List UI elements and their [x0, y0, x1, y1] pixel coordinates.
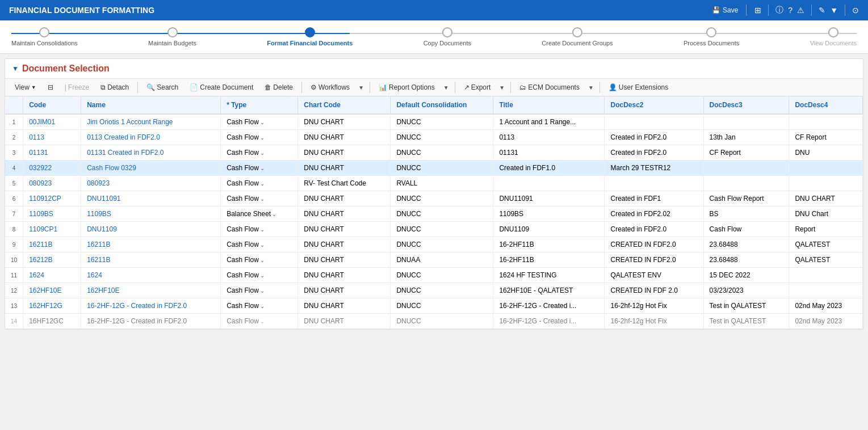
cell-name[interactable]: DNU1109 [81, 222, 221, 237]
type-dropdown-icon[interactable]: ⌄ [260, 226, 265, 233]
type-dropdown-icon[interactable]: ⌄ [260, 150, 265, 156]
cell-code[interactable]: 162HF10E [23, 283, 81, 298]
cell-type[interactable]: Cash Flow ⌄ [221, 161, 298, 176]
user-extensions-button[interactable]: 👤 User Extensions [603, 81, 673, 94]
freeze-button[interactable]: | Freeze [60, 81, 94, 94]
cell-code[interactable]: 1109CP1 [23, 222, 81, 237]
cell-type[interactable]: Cash Flow ⌄ [221, 283, 298, 298]
type-dropdown-icon[interactable]: ⌄ [260, 257, 265, 263]
question-icon[interactable]: ? [788, 6, 792, 15]
wizard-step-format-financial-documents[interactable]: Format Financial Documents [267, 27, 353, 47]
view-button[interactable]: View ▼ [10, 81, 41, 94]
wizard-step-view-documents[interactable]: View Documents [810, 27, 857, 47]
name-link[interactable]: 16-2HF-12G - Created in FDF2.0 [87, 302, 187, 310]
name-link[interactable]: Cash Flow 0329 [87, 164, 136, 172]
workflows-dropdown-arrow[interactable]: ▼ [356, 83, 366, 92]
wizard-step-maintain-consolidations[interactable]: Maintain Consolidations [11, 27, 78, 47]
workflows-button[interactable]: ⚙ Workflows [305, 81, 355, 94]
section-toggle[interactable]: ▼ [12, 65, 19, 73]
name-link[interactable]: Jim Oriotis 1 Account Range [87, 118, 173, 126]
cell-type[interactable]: Cash Flow ⌄ [221, 268, 298, 283]
report-options-dropdown-arrow[interactable]: ▼ [441, 83, 451, 92]
code-link[interactable]: 1109CP1 [29, 225, 57, 233]
wizard-step-process-documents[interactable]: Process Documents [684, 27, 739, 47]
cell-name[interactable]: 0113 Created in FDF2.0 [81, 130, 221, 145]
col-title[interactable]: Title [493, 96, 605, 114]
edit-rows-button[interactable]: ⊟ [43, 81, 58, 94]
cell-type[interactable]: Cash Flow ⌄ [221, 176, 298, 191]
cell-code[interactable]: 1109BS [23, 206, 81, 222]
name-link[interactable]: 080923 [87, 179, 110, 187]
name-link[interactable]: 01131 Created in FDF2.0 [87, 149, 163, 157]
col-chart-code[interactable]: Chart Code [298, 96, 391, 114]
type-dropdown-icon[interactable]: ⌄ [260, 119, 265, 125]
ecm-documents-button[interactable]: 🗂 ECM Documents [514, 81, 585, 94]
cell-name[interactable]: Cash Flow 0329 [81, 161, 221, 176]
code-link[interactable]: 162HF12G [29, 302, 62, 310]
table-row[interactable]: 14 16HF12GC 16-2HF-12G - Created in FDF2… [5, 314, 863, 329]
code-link[interactable]: 080923 [29, 179, 52, 187]
code-link[interactable]: 162HF10E [29, 286, 61, 294]
col-code[interactable]: Code [23, 96, 81, 114]
cell-code[interactable]: 032922 [23, 161, 81, 176]
create-document-button[interactable]: 📄 Create Document [184, 81, 258, 94]
cell-name[interactable]: DNU11091 [81, 191, 221, 206]
export-button[interactable]: ↗ Export [459, 81, 496, 94]
cell-type[interactable]: Balance Sheet ⌄ [221, 206, 298, 222]
type-dropdown-icon[interactable]: ⌄ [260, 165, 265, 171]
cell-code[interactable]: 1624 [23, 268, 81, 283]
cell-code[interactable]: 16211B [23, 237, 81, 252]
table-row[interactable]: 10 16212B 16211B Cash Flow ⌄ DNU CHART D… [5, 252, 863, 268]
cell-name[interactable]: 080923 [81, 176, 221, 191]
code-link[interactable]: 1624 [29, 271, 44, 279]
type-dropdown-icon[interactable]: ⌄ [260, 180, 265, 187]
code-link[interactable]: 16211B [29, 241, 52, 248]
cell-type[interactable]: Cash Flow ⌄ [221, 222, 298, 237]
cell-code[interactable]: 110912CP [23, 191, 81, 206]
cell-type[interactable]: Cash Flow ⌄ [221, 298, 298, 314]
cell-type[interactable]: Cash Flow ⌄ [221, 191, 298, 206]
cell-type[interactable]: Cash Flow ⌄ [221, 252, 298, 268]
table-row[interactable]: 7 1109BS 1109BS Balance Sheet ⌄ DNU CHAR… [5, 206, 863, 222]
cell-name[interactable]: 16-2HF-12G - Created in FDF2.0 [81, 298, 221, 314]
grid-icon[interactable]: ⊞ [754, 6, 761, 15]
code-link[interactable]: 032922 [29, 164, 52, 172]
circle-icon[interactable]: ⊙ [852, 6, 859, 15]
col-name[interactable]: Name [81, 96, 221, 114]
type-dropdown-icon[interactable]: ⌄ [260, 303, 265, 309]
ecm-dropdown-arrow[interactable]: ▼ [586, 83, 596, 92]
table-row[interactable]: 8 1109CP1 DNU1109 Cash Flow ⌄ DNU CHART … [5, 222, 863, 237]
name-link[interactable]: DNU1109 [87, 225, 117, 233]
table-row[interactable]: 12 162HF10E 162HF10E Cash Flow ⌄ DNU CHA… [5, 283, 863, 298]
col-docdesc3[interactable]: DocDesc3 [703, 96, 789, 114]
name-link[interactable]: 1109BS [87, 210, 111, 218]
cell-type[interactable]: Cash Flow ⌄ [221, 237, 298, 252]
report-options-button[interactable]: 📊 Report Options [374, 81, 440, 94]
cell-code[interactable]: 162HF12G [23, 298, 81, 314]
name-link[interactable]: 1624 [87, 271, 102, 279]
cell-type[interactable]: Cash Flow ⌄ [221, 145, 298, 161]
col-default-consolidation[interactable]: Default Consolidation [391, 96, 493, 114]
type-dropdown-icon[interactable]: ⌄ [260, 242, 265, 248]
type-dropdown-icon[interactable]: ⌄ [260, 196, 265, 202]
detach-button[interactable]: ⧉ Detach [95, 81, 134, 94]
cell-name[interactable]: Jim Oriotis 1 Account Range [81, 114, 221, 130]
chevron-down-icon[interactable]: ▼ [830, 6, 838, 15]
cell-code[interactable]: 0113 [23, 130, 81, 145]
search-button[interactable]: 🔍 Search [141, 81, 183, 94]
type-dropdown-icon[interactable]: ⌄ [260, 288, 265, 294]
cell-name[interactable]: 1109BS [81, 206, 221, 222]
table-row[interactable]: 13 162HF12G 16-2HF-12G - Created in FDF2… [5, 298, 863, 314]
col-docdesc2[interactable]: DocDesc2 [605, 96, 703, 114]
name-link[interactable]: 162HF10E [87, 286, 119, 294]
table-row[interactable]: 3 01131 01131 Created in FDF2.0 Cash Flo… [5, 145, 863, 161]
wizard-step-maintain-budgets[interactable]: Maintain Budgets [148, 27, 196, 47]
code-link[interactable]: 00JIM01 [29, 118, 55, 126]
code-link[interactable]: 1109BS [29, 210, 53, 218]
info-circle-icon[interactable]: ⓘ [775, 5, 783, 15]
col-docdesc4[interactable]: DocDesc4 [789, 96, 863, 114]
type-dropdown-icon[interactable]: ⌄ [272, 211, 276, 217]
table-row[interactable]: 2 0113 0113 Created in FDF2.0 Cash Flow … [5, 130, 863, 145]
name-link[interactable]: 16211B [87, 256, 110, 264]
code-link[interactable]: 0113 [29, 133, 44, 141]
